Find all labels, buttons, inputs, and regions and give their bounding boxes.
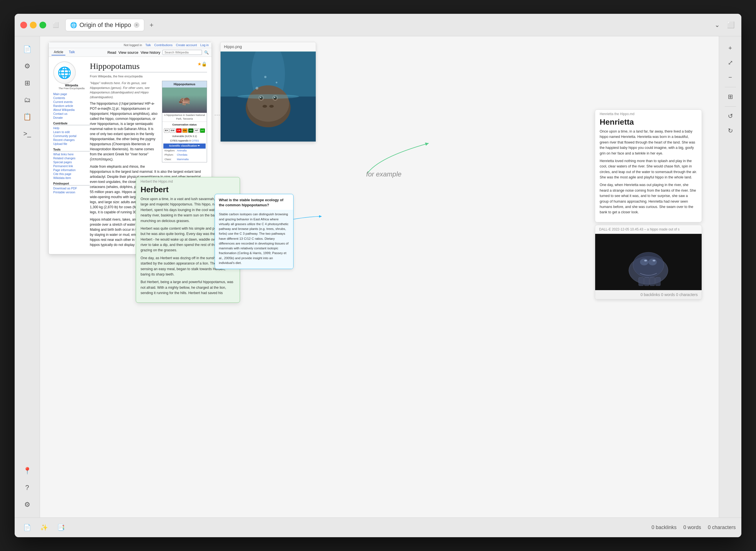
dalle-image [595, 234, 702, 290]
ai-icon[interactable]: ✨ [37, 521, 51, 534]
wiki-row-kingdom: Kingdom:Animalia [163, 148, 206, 153]
active-tab[interactable]: 🌐 Origin of the Hippo × [65, 19, 144, 31]
wiki-vulnerable-text: Vulnerable (IUCN 3.1) [163, 134, 206, 139]
wiki-infobox-caption: A hippopotamus in Saadani National Park,… [162, 113, 207, 121]
wiki-read-link[interactable]: Read [107, 50, 116, 55]
sidebar-item-copy[interactable]: 📋 [20, 109, 35, 124]
close-button[interactable] [20, 22, 27, 28]
wiki-contribute-title: Contribute [53, 122, 90, 125]
wiki-nav-section-contribute: Contribute Help Learn to edit Community … [53, 122, 90, 146]
wiki-nav-special[interactable]: Special pages [53, 160, 90, 164]
tab-close-button[interactable]: × [134, 22, 140, 28]
bottom-status: 0 backlinks 0 words 0 characters [652, 525, 736, 530]
wiki-contributions-link[interactable]: Contributions [154, 43, 173, 47]
svg-point-20 [633, 252, 664, 278]
tab-bar: 🌐 Origin of the Hippo × + [65, 19, 708, 31]
cons-ew: EX [164, 128, 169, 133]
svg-point-13 [269, 105, 274, 108]
wiki-article-tab[interactable]: Article [51, 49, 65, 55]
grid-button[interactable]: ⊞ [724, 91, 737, 103]
wiki-nav-contents[interactable]: Contents [53, 96, 90, 100]
wiki-nav-page-info[interactable]: Page information [53, 168, 90, 172]
wiki-nav-wikidata[interactable]: Wikidata item [53, 176, 90, 180]
wiki-nav-random[interactable]: Random article [53, 104, 90, 108]
wiki-nav-about[interactable]: About Wikipedia [53, 108, 90, 112]
chevron-down-icon[interactable]: ⌄ [712, 20, 722, 30]
svg-rect-25 [639, 278, 644, 286]
wiki-nav-section-main: Main page Contents Current events Random… [53, 92, 90, 120]
pages-icon[interactable]: 📑 [54, 521, 68, 534]
wiki-search-icon[interactable]: 🔍 [204, 50, 209, 55]
wiki-nav-learn-edit[interactable]: Learn to edit [53, 130, 90, 134]
wiki-nav-contact[interactable]: Contact us [53, 112, 90, 116]
title-bar-right: ⌄ ⬜ [712, 20, 736, 30]
wiki-nav-related[interactable]: Related changes [53, 156, 90, 160]
sidebar-item-grid[interactable]: ⊞ [20, 76, 35, 90]
wiki-nav-main-page[interactable]: Main page [53, 92, 90, 96]
wiki-talk-tab[interactable]: Talk [66, 49, 77, 55]
wiki-nav-download-pdf[interactable]: Download as PDF [53, 186, 90, 190]
sidebar-item-help[interactable]: ? [20, 480, 35, 495]
svg-rect-28 [656, 278, 661, 286]
split-view-icon[interactable]: ⬜ [726, 20, 736, 30]
hippo-image-display [221, 51, 316, 141]
wiki-row-phylum: Phylum:Chordata [163, 153, 206, 157]
henrietta-filename: Henrietta the Hippo.md [595, 110, 702, 116]
minimize-button[interactable] [30, 22, 37, 28]
wiki-nav-what-links[interactable]: What links here [53, 152, 90, 156]
sidebar-item-terminal[interactable]: >_ [20, 126, 35, 141]
sidebar-item-folder[interactable]: 🗂 [20, 93, 35, 107]
wiki-nav-upload[interactable]: Upload file [53, 142, 90, 146]
cons-en: EN [182, 128, 188, 133]
sidebar-item-graph[interactable]: ⚙ [20, 59, 35, 73]
wiki-nav-community[interactable]: Community portal [53, 134, 90, 138]
sidebar-item-pin[interactable]: 📍 [20, 464, 35, 478]
wiki-view-history-link[interactable]: View history [141, 50, 160, 55]
question-answer: Stable carbon isotopes can distinguish b… [215, 210, 293, 269]
wiki-star-icon[interactable]: ★🔒 [198, 61, 207, 67]
sidebar-toggle-button[interactable]: ⬜ [51, 20, 61, 30]
wiki-nav-section-tools: Tools What links here Related changes Sp… [53, 148, 90, 180]
document-icon[interactable]: 📄 [20, 521, 34, 534]
wiki-nav-printable[interactable]: Printable version [53, 190, 90, 194]
wiki-nav-cite[interactable]: Cite this page [53, 172, 90, 176]
wiki-create-account-link[interactable]: Create account [176, 43, 197, 47]
wiki-article-title: Hippopotamus ★🔒 [90, 61, 207, 72]
redo-button[interactable]: ↻ [724, 125, 737, 137]
sidebar-item-pages[interactable]: 📄 [20, 42, 35, 57]
henrietta-p2: Henrietta loved nothing more than to spl… [600, 158, 697, 180]
new-tab-button[interactable]: + [147, 20, 157, 30]
henrietta-body: Once upon a time, in a land far, far awa… [595, 129, 702, 222]
right-sidebar: + ⤢ − ⊞ ↺ ↻ [719, 36, 741, 518]
wiki-nav-help[interactable]: Help [53, 126, 90, 130]
words-count: 0 words [683, 525, 701, 530]
svg-point-21 [640, 258, 649, 265]
cons-nt: NT [194, 128, 199, 133]
wiki-nav: Article Talk Read View source View histo… [49, 48, 212, 57]
zoom-out-button[interactable]: − [724, 71, 737, 84]
fit-button[interactable]: ⤢ [724, 57, 737, 69]
wiki-view-source-link[interactable]: View source [118, 50, 139, 55]
cons-lc: LC [200, 128, 205, 133]
wiki-cites-text: CITES Appendix II CITES [163, 139, 206, 144]
wiki-infobox-title: Hippopotamus [162, 81, 207, 87]
wiki-title-text: Hippopotamus [90, 61, 140, 71]
svg-point-5 [247, 85, 289, 121]
svg-rect-26 [644, 278, 649, 286]
maximize-button[interactable] [39, 22, 46, 28]
wiki-talk-link[interactable]: Talk [145, 43, 151, 47]
wiki-nav-donate[interactable]: Donate [53, 116, 90, 120]
wiki-login-link[interactable]: Log in [200, 43, 209, 47]
bottom-bar: 📄 ✨ 📑 0 backlinks 0 words 0 characters [15, 518, 741, 537]
wiki-nav-recent-changes[interactable]: Recent changes [53, 138, 90, 142]
main-layout: 📄 ⚙ ⊞ 🗂 📋 >_ 📍 ? ⚙ [15, 36, 741, 518]
characters-count: 0 characters [708, 525, 736, 530]
wiki-nav-current-events[interactable]: Current events [53, 100, 90, 104]
hippo-image-filename: Hippo.png [221, 42, 316, 51]
undo-button[interactable]: ↺ [724, 110, 737, 122]
sidebar-item-settings[interactable]: ⚙ [20, 497, 35, 512]
wiki-search-input[interactable] [163, 50, 202, 55]
wiki-nav-permanent[interactable]: Permanent link [53, 164, 90, 168]
henrietta-card: Henrietta the Hippo.md Henrietta Once up… [595, 109, 702, 222]
zoom-in-button[interactable]: + [724, 42, 737, 54]
